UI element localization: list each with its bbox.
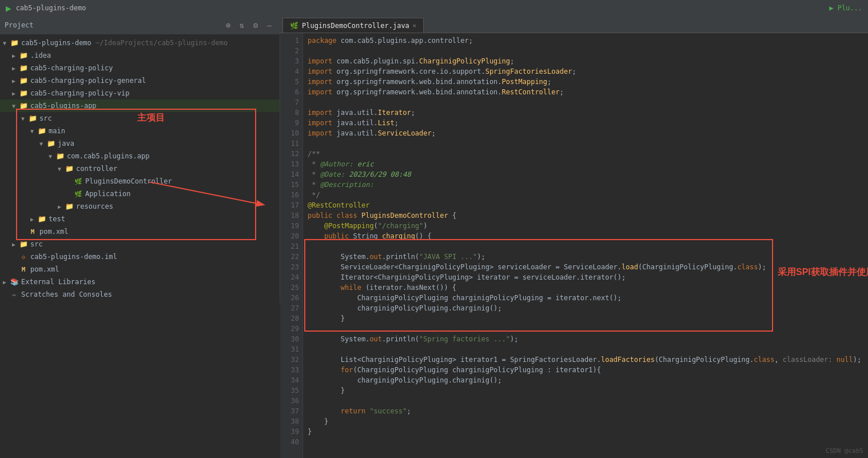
- tree-item-charging-policy-general[interactable]: ▶ 📁 cab5-charging-policy-general: [0, 74, 280, 87]
- tab-close-button[interactable]: ✕: [413, 22, 416, 29]
- label-resources: resources: [76, 202, 275, 210]
- sidebar-icon-minimize[interactable]: —: [264, 21, 275, 30]
- app-icon: ▶: [6, 3, 11, 14]
- toolbar-run[interactable]: ▶ Plu...: [829, 4, 862, 12]
- tab-label: PluginsDemoController.java: [302, 22, 409, 30]
- sidebar-icon-settings[interactable]: ⚙: [250, 21, 261, 30]
- icon-src: 📁: [27, 114, 38, 122]
- code-editor[interactable]: 12345 678910 1112131415 1617181920 21222…: [280, 33, 868, 458]
- tree-item-plugins-app[interactable]: ▼ 📁 cab5-plugins-app: [0, 99, 280, 112]
- arrow-java: ▼: [37, 141, 46, 147]
- icon-scratches: ✏: [9, 290, 19, 298]
- icon-iml: ◇: [18, 253, 29, 261]
- icon-idea: 📁: [18, 51, 29, 59]
- sidebar-icon-sort[interactable]: ⇅: [236, 21, 248, 30]
- icon-controller: 📁: [64, 165, 74, 173]
- arrow-charging-policy-vip: ▶: [9, 90, 18, 97]
- tree-item-main[interactable]: ▼ 📁 main: [0, 125, 280, 137]
- label-com: com.cab5.plugins.app: [67, 152, 275, 160]
- arrow-main: ▼: [27, 128, 37, 134]
- tree-item-com[interactable]: ▼ 📁 com.cab5.plugins.app: [0, 150, 280, 162]
- tree-item-external-libs[interactable]: ▶ 📚 External Libraries: [0, 276, 280, 288]
- label-controller: controller: [76, 165, 275, 173]
- icon-resources: 📁: [64, 202, 74, 210]
- icon-pom1: M: [27, 228, 38, 236]
- label-plugins-demo-controller: PluginsDemoController: [85, 177, 275, 185]
- icon-application: 🌿: [73, 190, 83, 198]
- tree-item-src[interactable]: ▼ 📁 src: [0, 112, 280, 125]
- icon-external-libs: 📚: [9, 278, 19, 286]
- icon-main: 📁: [37, 127, 47, 135]
- tree-item-src2[interactable]: ▶ 📁 src: [0, 238, 280, 250]
- icon-charging-policy: 📁: [18, 64, 29, 72]
- label-pom1: pom.xml: [39, 228, 275, 236]
- arrow-charging-policy-general: ▶: [9, 78, 18, 84]
- sidebar-toolbar: Project ⊕ ⇅ ⚙ —: [0, 16, 280, 34]
- arrow-controller: ▼: [55, 166, 64, 172]
- tree-item-charging-policy[interactable]: ▶ 📁 cab5-charging-policy: [0, 62, 280, 74]
- label-charging-policy-vip: cab5-charging-policy-vip: [30, 89, 275, 97]
- tree-item-test[interactable]: ▶ 📁 test: [0, 213, 280, 225]
- label-java: java: [58, 140, 275, 148]
- label-root: cab5-plugins-demo ~/IdeaProjects/cab5-pl…: [21, 39, 275, 47]
- tree-item-pom2[interactable]: M pom.xml: [0, 263, 280, 276]
- sidebar-icon-add[interactable]: ⊕: [222, 21, 234, 30]
- label-src: src: [39, 114, 275, 122]
- arrow-resources: ▶: [55, 204, 64, 210]
- label-test: test: [49, 215, 275, 223]
- tree-item-charging-policy-vip[interactable]: ▶ 📁 cab5-charging-policy-vip: [0, 87, 280, 99]
- icon-root: 📁: [9, 39, 19, 47]
- label-external-libs: External Libraries: [21, 278, 275, 286]
- arrow-plugins-app: ▼: [9, 103, 18, 109]
- icon-test: 📁: [37, 215, 47, 223]
- tree-item-resources[interactable]: ▶ 📁 resources: [0, 200, 280, 213]
- tab-icon: 🌿: [290, 22, 298, 30]
- label-charging-policy: cab5-charging-policy: [30, 64, 275, 72]
- icon-src2: 📁: [18, 240, 29, 248]
- tree-item-scratches[interactable]: ✏ Scratches and Consoles: [0, 288, 280, 301]
- line-numbers: 12345 678910 1112131415 1617181920 21222…: [280, 33, 303, 458]
- arrow-external-libs: ▶: [0, 279, 9, 285]
- arrow-com: ▼: [46, 153, 55, 160]
- tree-item-root[interactable]: ▼ 📁 cab5-plugins-demo ~/IdeaProjects/cab…: [0, 37, 280, 49]
- tree-item-java[interactable]: ▼ 📁 java: [0, 137, 280, 150]
- icon-com: 📁: [55, 152, 65, 160]
- code-panel: 🌿 PluginsDemoController.java ✕ 12345 678…: [280, 16, 868, 458]
- sidebar-project-label: Project: [5, 21, 220, 29]
- code-tabs: 🌿 PluginsDemoController.java ✕: [280, 16, 868, 33]
- label-idea: .idea: [30, 51, 275, 59]
- arrow-charging-policy: ▶: [9, 65, 18, 71]
- file-tree: ▼ 📁 cab5-plugins-demo ~/IdeaProjects/cab…: [0, 34, 280, 303]
- code-text: package com.cab5.plugins.app.controller;…: [303, 33, 868, 458]
- tab-plugins-demo-controller[interactable]: 🌿 PluginsDemoController.java ✕: [282, 18, 424, 33]
- sidebar: Project ⊕ ⇅ ⚙ — ▼ 📁 cab5-plugins-demo ~/…: [0, 16, 280, 303]
- tree-item-iml[interactable]: ◇ cab5-plugins-demo.iml: [0, 250, 280, 263]
- window-title: cab5-plugins-demo: [16, 4, 86, 12]
- label-pom2: pom.xml: [30, 265, 275, 273]
- label-charging-policy-general: cab5-charging-policy-general: [30, 77, 275, 85]
- tree-item-controller[interactable]: ▼ 📁 controller: [0, 162, 280, 175]
- tree-item-pom1[interactable]: M pom.xml: [0, 225, 280, 238]
- label-plugins-app: cab5-plugins-app: [30, 102, 275, 110]
- arrow-root: ▼: [0, 40, 9, 46]
- label-main: main: [49, 127, 275, 135]
- arrow-test: ▶: [27, 216, 37, 222]
- icon-plugins-demo-controller: 🌿: [73, 178, 83, 185]
- tree-item-plugins-demo-controller[interactable]: 🌿 PluginsDemoController: [0, 175, 280, 188]
- tree-item-idea[interactable]: ▶ 📁 .idea: [0, 49, 280, 62]
- label-src2: src: [30, 240, 275, 248]
- icon-java: 📁: [46, 140, 56, 148]
- label-iml: cab5-plugins-demo.iml: [30, 253, 275, 261]
- icon-charging-policy-vip: 📁: [18, 89, 29, 97]
- label-scratches: Scratches and Consoles: [21, 290, 275, 298]
- arrow-src2: ▶: [9, 241, 18, 248]
- tree-item-application[interactable]: 🌿 Application: [0, 188, 280, 200]
- icon-charging-policy-general: 📁: [18, 77, 29, 85]
- icon-plugins-app: 📁: [18, 102, 29, 110]
- icon-pom2: M: [18, 266, 29, 273]
- arrow-idea: ▶: [9, 53, 18, 59]
- watermark: CSDN @cab5: [826, 447, 863, 455]
- title-bar: ▶ cab5-plugins-demo ▶ Plu...: [0, 0, 868, 16]
- arrow-src: ▼: [18, 116, 27, 122]
- label-application: Application: [85, 190, 275, 198]
